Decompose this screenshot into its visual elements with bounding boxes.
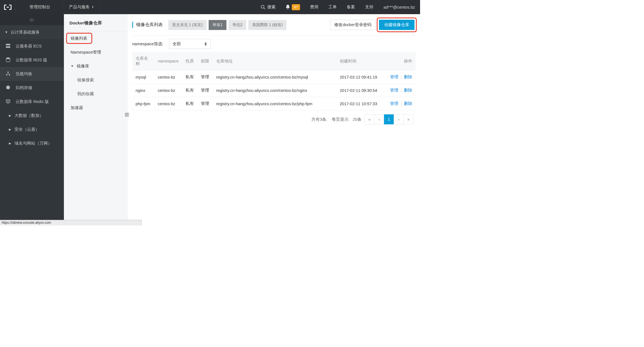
console-link[interactable]: 管理控制台 xyxy=(16,0,64,14)
region-tabs: 镜像仓库列表 亚太东北 1 (东京) 华东1 华北2 美国西部 1 (硅谷) xyxy=(132,20,286,30)
sidebar-item-accelerator[interactable]: 加速器 xyxy=(64,101,128,115)
cell-perm: 管理 xyxy=(198,97,213,110)
change-password-button[interactable]: 修改docker登录密码 xyxy=(330,20,376,30)
browser-status-bar: https://slbnew.console.aliyun.com xyxy=(0,220,142,225)
col-ops: 操作 xyxy=(385,52,416,71)
region-tab-north2[interactable]: 华北2 xyxy=(229,20,246,30)
sidebar-item-label: 域名与网站（万网） xyxy=(14,141,52,146)
spacer xyxy=(99,0,256,14)
cell-actions: 管理|删除 xyxy=(385,84,416,97)
chevron-down-icon: ▼ xyxy=(91,6,94,9)
sidebar-item-label: 云服务器 ECS xyxy=(16,44,42,49)
notification-badge: 87 xyxy=(292,4,300,10)
top-link-support[interactable]: 支持 xyxy=(360,0,378,14)
sidebar-item-favorites[interactable]: 我的收藏 xyxy=(64,87,128,101)
stack-icon xyxy=(5,99,11,105)
table-row: nginxcentos-bz私有管理registry.cn-hangzhou.a… xyxy=(132,84,416,97)
manage-link[interactable]: 管理 xyxy=(390,75,398,79)
sidebar-item-domain[interactable]: ▶ 域名与网站（万网） xyxy=(0,136,64,150)
col-kind: 性质 xyxy=(182,52,198,71)
page-title: 镜像仓库列表 xyxy=(132,20,166,30)
divider: | xyxy=(401,88,402,92)
pager-first[interactable]: « xyxy=(365,114,375,124)
sidebar-item-bigdata[interactable]: ▶ 大数据（数加） xyxy=(0,109,64,122)
search-button[interactable]: 搜索 xyxy=(256,0,281,14)
top-link-order[interactable]: 工单 xyxy=(323,0,342,14)
delete-link[interactable]: 删除 xyxy=(404,88,412,92)
pager-last[interactable]: » xyxy=(403,114,413,124)
sidebar-item-label: 镜像列表 xyxy=(71,36,87,41)
sidebar-item-label: 云数据库 RDS 版 xyxy=(16,57,47,63)
bell-icon xyxy=(286,5,290,10)
delete-link[interactable]: 删除 xyxy=(404,101,412,106)
sidebar-item-redis[interactable]: 云数据库 Redis 版 xyxy=(0,95,64,109)
sidebar-item-image-list[interactable]: 镜像列表 xyxy=(64,31,128,45)
sidebar-item-image-search[interactable]: 镜像搜索 xyxy=(64,73,128,87)
sidebar-item-label: 负载均衡 xyxy=(16,71,32,77)
pagination-row: 共有3条, 每页显示: 20条 « ‹ 1 › » xyxy=(132,110,416,128)
cell-time: 2017-02-11 10:57:33 xyxy=(336,97,385,110)
sidebar-item-label: 镜像库 xyxy=(77,64,89,69)
manage-link[interactable]: 管理 xyxy=(390,88,398,92)
create-repo-highlight: 创建镜像仓库 xyxy=(378,19,416,31)
manage-link[interactable]: 管理 xyxy=(390,101,398,106)
sidebar-item-namespace[interactable]: Namespace管理 xyxy=(64,45,128,59)
sidebar-item-ecs[interactable]: 云服务器 ECS xyxy=(0,39,64,53)
cell-kind: 私有 xyxy=(182,84,198,97)
sidebar-item-label: 归档存储 xyxy=(16,85,32,90)
col-ns: namespace xyxy=(154,52,182,71)
cell-ns: centos-bz xyxy=(154,71,182,84)
account-menu[interactable]: ad***@centos.bz xyxy=(378,0,420,14)
cell-time: 2017-02-12 09:41:19 xyxy=(336,71,385,84)
sidebar-item-slb[interactable]: 负载均衡 xyxy=(0,67,64,81)
products-dropdown[interactable]: 产品与服务 ▼ xyxy=(64,0,99,14)
sidebar-item-image-lib[interactable]: ▼ 镜像库 xyxy=(64,59,128,73)
logo[interactable] xyxy=(0,0,16,14)
top-link-fee[interactable]: 费用 xyxy=(305,0,323,14)
region-tab-tokyo[interactable]: 亚太东北 1 (东京) xyxy=(168,20,206,30)
pager-next[interactable]: › xyxy=(394,114,404,124)
region-tab-uswest1[interactable]: 美国西部 1 (硅谷) xyxy=(248,20,286,30)
database-icon xyxy=(5,57,11,63)
cell-name: mysql xyxy=(132,71,154,84)
svg-rect-7 xyxy=(125,113,129,114)
svg-point-3 xyxy=(6,57,10,59)
select-value: 全部 xyxy=(173,41,181,47)
svg-rect-9 xyxy=(125,116,129,116)
divider: | xyxy=(401,101,402,106)
sidebar-title: Docker镜像仓库 xyxy=(64,14,128,31)
sidebar-item-security[interactable]: ▶ 安全（云盾） xyxy=(0,122,64,136)
top-nav: 管理控制台 产品与服务 ▼ 搜索 87 费用 工单 备案 支持 ad***@ce… xyxy=(0,0,420,14)
sidebar-collapse-handle[interactable]: ||| xyxy=(0,14,64,25)
sidebar-group-cloud[interactable]: ▼ 云计算基础服务 xyxy=(0,25,64,39)
pager-page-1[interactable]: 1 xyxy=(384,114,394,124)
notifications[interactable]: 87 xyxy=(281,0,305,14)
sidebar-item-label: 安全（云盾） xyxy=(14,127,39,132)
secondary-sidebar: Docker镜像仓库 镜像列表 Namespace管理 ▼ 镜像库 镜像搜索 我… xyxy=(64,14,128,220)
cell-kind: 私有 xyxy=(182,71,198,84)
pager-total: 共有3条, xyxy=(311,117,327,122)
svg-rect-2 xyxy=(6,46,10,48)
svg-marker-10 xyxy=(125,114,126,116)
sidebar-item-archive[interactable]: 归档存储 xyxy=(0,81,64,95)
sidebar-toggle-handle[interactable] xyxy=(124,111,129,118)
cell-actions: 管理|删除 xyxy=(385,97,416,110)
cell-kind: 私有 xyxy=(182,97,198,110)
region-tab-east1[interactable]: 华东1 xyxy=(209,20,226,30)
top-link-icp[interactable]: 备案 xyxy=(342,0,360,14)
svg-rect-1 xyxy=(6,44,10,45)
namespace-select[interactable]: 全部 ▲▼ xyxy=(169,39,211,49)
chevron-down-icon: ▼ xyxy=(4,30,8,34)
pager-prev[interactable]: ‹ xyxy=(374,114,384,124)
svg-point-4 xyxy=(8,71,9,73)
sidebar-item-rds[interactable]: 云数据库 RDS 版 xyxy=(0,53,64,67)
cell-actions: 管理|删除 xyxy=(385,71,416,84)
sidebar-item-label: 大数据（数加） xyxy=(14,113,44,118)
cell-ns: centos-bz xyxy=(154,84,182,97)
delete-link[interactable]: 删除 xyxy=(404,75,412,79)
cell-addr: registry.cn-hangzhou.aliyuncs.com/centos… xyxy=(213,97,336,110)
divider: | xyxy=(401,75,402,79)
filter-label: namespace筛选: xyxy=(132,41,163,47)
create-repo-button[interactable]: 创建镜像仓库 xyxy=(379,20,415,30)
cell-name: nginx xyxy=(132,84,154,97)
